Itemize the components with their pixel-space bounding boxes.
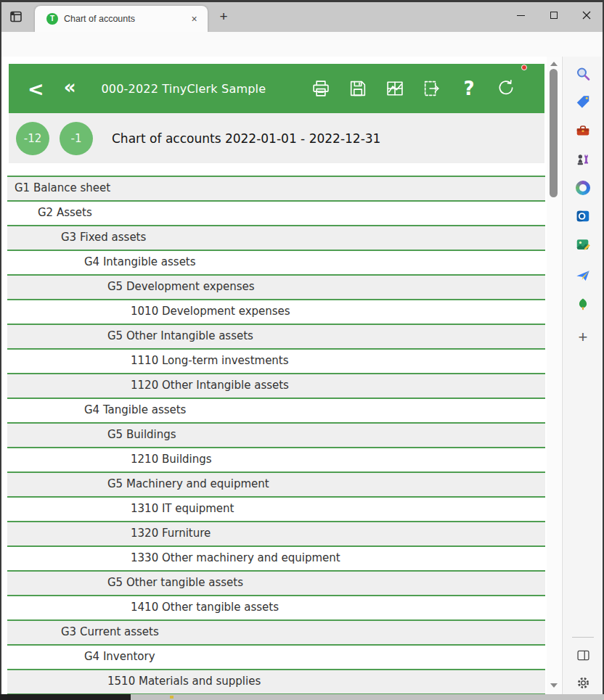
account-row-label: G3 Fixed assets	[61, 231, 146, 244]
export-icon[interactable]	[421, 78, 443, 99]
period-badge-year[interactable]: -12	[16, 122, 49, 155]
account-row[interactable]: 1110 Long-term investments	[7, 350, 545, 374]
maximize-icon[interactable]	[542, 6, 566, 25]
account-row[interactable]: 1410 Other tangible assets	[7, 596, 545, 621]
account-row[interactable]: G1 Balance sheet	[7, 177, 545, 202]
account-row-label: 1310 IT equipment	[131, 502, 234, 515]
browser-titlebar: T Chart of accounts × +	[0, 0, 604, 32]
browser-tab[interactable]: T Chart of accounts ×	[35, 6, 208, 32]
account-row[interactable]: 1320 Furniture	[7, 522, 545, 547]
account-row[interactable]: 1510 Materials and supplies	[7, 670, 545, 694]
account-row-label: 1010 Development expenses	[131, 305, 290, 318]
minimize-icon[interactable]	[508, 6, 533, 25]
games-icon[interactable]	[574, 151, 592, 168]
save-icon[interactable]	[347, 78, 369, 99]
outlook-icon[interactable]	[574, 207, 592, 225]
scrollbar-up-icon[interactable]	[550, 62, 558, 66]
account-row[interactable]: G5 Development expenses	[7, 276, 545, 300]
account-row-label: G4 Inventory	[84, 650, 155, 663]
window-frame-top	[0, 0, 604, 2]
account-row-label: G4 Intangible assets	[84, 255, 196, 268]
account-row-label: 1110 Long-term investments	[131, 354, 289, 367]
account-rows: G1 Balance sheet G2 Assets G3 Fixed asse…	[7, 176, 545, 694]
account-row[interactable]: G2 Assets	[7, 202, 545, 226]
refresh-icon[interactable]	[495, 78, 517, 99]
taskbar-dark-segment	[0, 694, 131, 700]
account-row-label: G5 Buildings	[107, 428, 176, 441]
app-back-button[interactable]: <	[28, 79, 44, 99]
tab-actions-menu-icon[interactable]	[7, 8, 25, 25]
print-icon[interactable]	[310, 78, 332, 99]
site-favicon: T	[46, 13, 58, 25]
report-subheader: -12 -1 Chart of accounts 2022-01-01 - 20…	[9, 113, 544, 163]
period-badge-month[interactable]: -1	[60, 122, 93, 155]
account-row-label: 1320 Furniture	[131, 527, 211, 540]
account-row[interactable]: 1010 Development expenses	[7, 300, 545, 325]
drop-icon[interactable]	[574, 267, 592, 284]
account-row-label: G5 Other Intangible assets	[107, 329, 253, 342]
account-row[interactable]: G3 Fixed assets	[7, 226, 545, 251]
account-row-label: 1120 Other Intangible assets	[131, 379, 289, 392]
account-row-label: 1210 Buildings	[131, 453, 212, 466]
account-row[interactable]: 1310 IT equipment	[7, 498, 545, 522]
account-row[interactable]: 1210 Buildings	[7, 448, 545, 473]
app-collapse-all-button[interactable]: «	[64, 78, 76, 99]
sidebar-panel-icon[interactable]	[574, 646, 592, 664]
sidebar-divider	[572, 637, 594, 638]
tree-icon[interactable]	[574, 296, 592, 313]
browser-navbar: 127.0.0.1:8480/tcrq A ★	[0, 32, 604, 57]
microsoft365-icon[interactable]	[574, 179, 592, 197]
chart-icon[interactable]	[384, 78, 406, 99]
help-icon[interactable]: ?	[458, 78, 480, 99]
account-row[interactable]: G4 Intangible assets	[7, 251, 545, 276]
account-row-label: 1410 Other tangible assets	[131, 601, 279, 614]
account-row-label: G5 Development expenses	[107, 280, 255, 293]
shopping-icon[interactable]	[574, 94, 592, 111]
close-icon[interactable]	[574, 6, 599, 25]
notification-dot	[521, 65, 527, 70]
account-row-label: G5 Machinery and equipment	[107, 477, 269, 490]
app-toolbar: < « 000-2022 TinyClerk Sample	[9, 64, 544, 113]
page-scrollbar	[547, 57, 561, 694]
new-tab-button[interactable]: +	[215, 9, 232, 25]
account-row-label: G1 Balance sheet	[15, 181, 110, 194]
designer-icon[interactable]	[574, 236, 592, 253]
toolbox-icon[interactable]	[574, 122, 592, 139]
settings-gear-icon[interactable]	[574, 674, 592, 691]
account-row-label: G5 Other tangible assets	[107, 576, 243, 589]
account-row[interactable]: G5 Machinery and equipment	[7, 473, 545, 498]
account-row[interactable]: G5 Other Intangible assets	[7, 325, 545, 350]
page-content: < « 000-2022 TinyClerk Sample	[1, 57, 547, 694]
account-row-label: G2 Assets	[38, 206, 92, 219]
customize-plus[interactable]: +	[574, 329, 592, 346]
account-row-label: 1510 Materials and supplies	[107, 675, 261, 688]
search-icon[interactable]	[574, 65, 592, 83]
account-row[interactable]: G5 Other tangible assets	[7, 572, 545, 596]
account-row[interactable]: G5 Buildings	[7, 424, 545, 448]
scrollbar-down-icon[interactable]	[550, 683, 558, 688]
tab-title: Chart of accounts	[64, 6, 135, 32]
account-row-label: 1330 Other machinery and equipment	[131, 551, 340, 564]
account-row[interactable]: G3 Current assets	[7, 621, 545, 646]
account-row-label: G3 Current assets	[61, 625, 159, 638]
account-row[interactable]: G4 Tangible assets	[7, 399, 545, 424]
window-frame-left	[0, 0, 1, 694]
account-row[interactable]: G4 Inventory	[7, 646, 545, 670]
account-row-label: G4 Tangible assets	[84, 403, 186, 416]
report-title: Chart of accounts 2022-01-01 - 2022-12-3…	[112, 131, 380, 146]
company-title: 000-2022 TinyClerk Sample	[101, 82, 266, 96]
account-row[interactable]: 1330 Other machinery and equipment	[7, 547, 545, 572]
account-row[interactable]: 1120 Other Intangible assets	[7, 374, 545, 399]
taskbar-accent-dot	[170, 696, 174, 699]
scrollbar-thumb[interactable]	[550, 69, 558, 197]
edge-sidebar: +	[562, 57, 603, 694]
tab-close-icon[interactable]: ×	[188, 13, 200, 25]
